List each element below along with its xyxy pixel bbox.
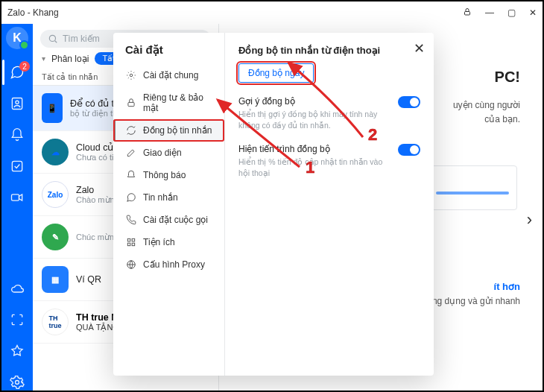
svg-point-7 <box>130 74 133 77</box>
zalo-avatar-icon: Zalo <box>42 181 69 208</box>
line2: của bạn. <box>453 113 520 127</box>
rail-cloud-icon[interactable] <box>9 280 25 297</box>
th-avatar-icon: THtrue <box>42 309 69 335</box>
sub-text: ứng dụng và gửi nhanh <box>426 296 520 306</box>
rail-bell-icon[interactable] <box>9 127 25 143</box>
titlebar: Zalo - Khang — ▢ ✕ <box>1 1 543 24</box>
annotation-number-1: 1 <box>306 158 314 177</box>
nav-message[interactable]: Tin nhắn <box>113 186 224 209</box>
nav-label: Cài đặt cuộc gọi <box>143 215 208 225</box>
globe-icon <box>126 259 136 270</box>
opt1-title: Gợi ý đồng bộ <box>238 96 392 107</box>
nav-label: Giao diện <box>143 148 182 158</box>
opt2-desc: Hiển thị % tiến độ cập nhật tin nhắn vào… <box>238 157 392 178</box>
rail-video-icon[interactable] <box>9 189 25 206</box>
svg-point-2 <box>16 101 19 104</box>
window-title: Zalo - Khang <box>7 7 59 18</box>
headline-lines: uyện cùng người của bạn. <box>453 98 520 127</box>
opt1-toggle[interactable] <box>398 96 420 108</box>
rail-todo-icon[interactable] <box>9 158 25 174</box>
search-placeholder: Tìm kiếm <box>63 34 100 44</box>
svg-point-5 <box>16 381 19 385</box>
search-icon <box>48 34 58 44</box>
svg-rect-8 <box>128 102 134 106</box>
svg-rect-3 <box>12 161 22 171</box>
line1: uyện cùng người <box>453 98 520 113</box>
chevron-down-icon[interactable]: ▾ <box>42 54 45 63</box>
opt2-title: Hiện tiến trình đồng bộ <box>238 144 392 154</box>
settings-nav: Cài đặt Cài đặt chung Riêng tư & bảo mật… <box>113 33 225 376</box>
phone-icon: 📱 <box>42 93 63 123</box>
nav-general[interactable]: Cài đặt chung <box>113 64 224 86</box>
rail-chat-icon[interactable]: 2 <box>9 64 25 80</box>
nav-rail: K 2 <box>1 24 33 391</box>
svg-rect-12 <box>132 243 135 246</box>
settings-title: Cài đặt <box>125 43 224 57</box>
grid-icon <box>126 237 136 247</box>
lock-icon <box>126 98 136 108</box>
filter-label[interactable]: Phân loại <box>51 54 89 64</box>
gear-icon <box>126 70 136 80</box>
carousel-next-icon[interactable]: › <box>527 210 532 230</box>
unread-badge: 2 <box>19 61 30 72</box>
svg-rect-10 <box>132 238 135 241</box>
nav-privacy[interactable]: Riêng tư & bảo mật <box>113 86 224 119</box>
close-modal-button[interactable]: ✕ <box>414 40 425 57</box>
button-label: Đồng bộ ngay <box>248 68 304 78</box>
less-link[interactable]: ít hơn <box>494 281 520 292</box>
lock-icon[interactable] <box>463 7 472 19</box>
rail-star-icon[interactable] <box>9 343 25 359</box>
qr-avatar-icon: ▦ <box>42 266 69 293</box>
chat-icon <box>126 192 136 203</box>
nav-label: Thông báo <box>143 170 186 180</box>
nav-label: Riêng tư & bảo mật <box>143 92 218 113</box>
sync-icon <box>126 125 136 136</box>
phone-icon <box>126 215 136 225</box>
svg-rect-11 <box>127 243 130 246</box>
nav-util[interactable]: Tiện ích <box>113 231 224 253</box>
green-avatar-icon: ✎ <box>42 224 69 250</box>
nav-label: Cấu hình Proxy <box>143 259 205 270</box>
nav-label: Tiện ích <box>143 237 175 247</box>
settings-content: ✕ Đồng bộ tin nhắn từ điện thoại Đồng bộ… <box>225 33 434 376</box>
opt2-toggle[interactable] <box>398 144 420 156</box>
close-window-button[interactable]: ✕ <box>529 7 537 19</box>
edit-icon <box>126 148 136 158</box>
avatar-letter: K <box>13 31 22 45</box>
nav-notify[interactable]: Thông báo <box>113 164 224 186</box>
rail-capture-icon[interactable] <box>9 312 25 328</box>
avatar[interactable]: K <box>6 27 28 49</box>
svg-rect-4 <box>12 195 19 200</box>
settings-modal: Cài đặt Cài đặt chung Riêng tư & bảo mật… <box>113 33 434 376</box>
sync-now-button[interactable]: Đồng bộ ngay <box>238 63 314 83</box>
cloud-avatar-icon: ☁ <box>42 139 69 165</box>
nav-label: Cài đặt chung <box>143 70 198 80</box>
bell-icon <box>126 170 136 180</box>
svg-rect-0 <box>465 11 470 15</box>
filter-all-messages[interactable]: Tất cả tin nhắn <box>42 72 98 82</box>
rail-settings-icon[interactable] <box>9 374 25 391</box>
minimize-button[interactable]: — <box>485 7 494 19</box>
maximize-button[interactable]: ▢ <box>507 7 516 19</box>
illustration <box>428 165 517 210</box>
headline-suffix: PC! <box>495 69 520 86</box>
nav-proxy[interactable]: Cấu hình Proxy <box>113 253 224 276</box>
svg-point-6 <box>49 35 55 41</box>
annotation-number-2: 2 <box>368 125 377 145</box>
svg-rect-9 <box>127 238 130 241</box>
nav-call[interactable]: Cài đặt cuộc gọi <box>113 209 224 231</box>
nav-label: Tin nhắn <box>143 192 178 203</box>
nav-sync[interactable]: Đồng bộ tin nhắn <box>113 119 224 142</box>
rail-contacts-icon[interactable] <box>9 95 25 112</box>
nav-theme[interactable]: Giao diện <box>113 142 224 164</box>
sync-heading: Đồng bộ tin nhắn từ điện thoại <box>238 45 420 56</box>
window-controls: — ▢ ✕ <box>463 7 537 19</box>
nav-label: Đồng bộ tin nhắn <box>143 125 212 136</box>
